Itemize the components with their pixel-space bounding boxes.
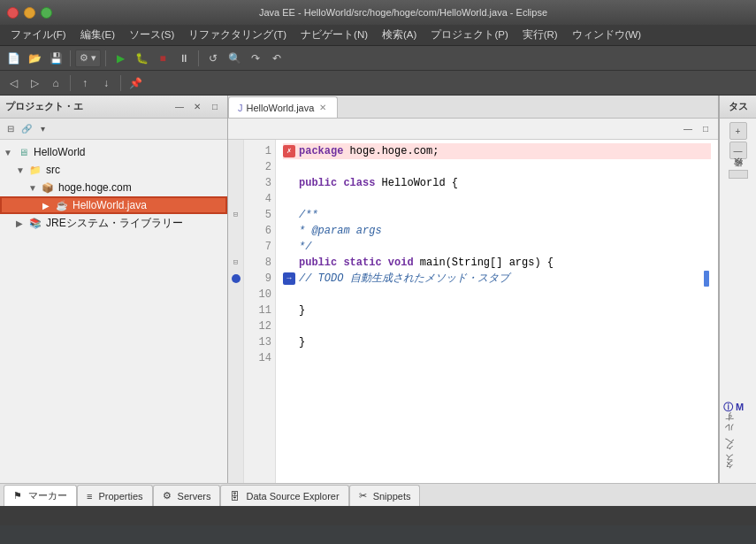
- toolbar-run-btn[interactable]: ▶: [111, 49, 130, 68]
- bottom-tab-icon-0: ⚑: [13, 490, 22, 502]
- gutter-line-1: [228, 143, 243, 159]
- tree-expand-icon[interactable]: ▼: [28, 183, 41, 193]
- code-text[interactable]: package hoge.hoge.com;: [299, 143, 439, 159]
- menu-item-実行R[interactable]: 実行(R): [515, 27, 565, 43]
- tree-expand-icon[interactable]: ▶: [42, 201, 55, 211]
- project-tree: ▼🖥HelloWorld▼📁src▼📦hoge.hoge.com▶☕HelloW…: [0, 140, 227, 483]
- tree-item-src[interactable]: ▼📁src: [0, 161, 227, 179]
- code-text[interactable]: }: [299, 303, 305, 318]
- code-text[interactable]: public static void main(String[] args) {: [299, 255, 554, 271]
- project-explorer-panel: プロジェクト・エ — ✕ □ ⊟ 🔗 ▾ ▼🖥HelloWorld▼📁src▼📦…: [0, 96, 228, 483]
- code-line-2: [283, 159, 711, 175]
- code-line-13: }: [283, 334, 711, 350]
- editor-tab-helloworld[interactable]: J HelloWorld.java ✕: [228, 96, 338, 118]
- gutter-line-10: [228, 287, 243, 303]
- code-text[interactable]: // TODO 自動生成されたメソッド・スタブ: [299, 271, 509, 287]
- empty-marker: [283, 193, 295, 205]
- bottom-tab-servers[interactable]: ⚙Servers: [153, 485, 221, 506]
- code-editor[interactable]: ⊟⊟ 1234567891011121314 ✗package hoge.hog…: [228, 140, 718, 483]
- java-icon: ☕: [55, 198, 69, 212]
- panel-maximize-icon[interactable]: □: [208, 100, 222, 114]
- close-button[interactable]: [7, 7, 19, 19]
- toolbar-refresh-btn[interactable]: ↺: [203, 49, 223, 68]
- menu-item-ファイルF[interactable]: ファイル(F): [4, 27, 73, 43]
- toolbar-dropdown1[interactable]: ⚙ ▾: [75, 50, 101, 67]
- toolbar-step2-btn[interactable]: ↶: [267, 49, 286, 68]
- empty-marker: [283, 336, 295, 349]
- toolbar2-back-btn[interactable]: ◁: [4, 73, 23, 93]
- main-area: プロジェクト・エ — ✕ □ ⊟ 🔗 ▾ ▼🖥HelloWorld▼📁src▼📦…: [0, 96, 756, 483]
- empty-marker: [283, 225, 295, 237]
- code-line-9: → // TODO 自動生成されたメソッド・スタブ: [283, 271, 711, 287]
- debug-breakpoint-icon[interactable]: [232, 274, 241, 283]
- bottom-tab-properties[interactable]: ≡Properties: [77, 485, 153, 506]
- toolbar2-nextchange-btn[interactable]: ↓: [96, 73, 116, 93]
- empty-marker: [283, 209, 295, 221]
- code-text[interactable]: * @param args: [299, 223, 382, 239]
- line-number-14: 14: [244, 350, 271, 366]
- task-delete-icon[interactable]: —: [729, 142, 747, 159]
- gutter-line-14: [228, 350, 243, 366]
- menu-item-検索A[interactable]: 検索(A): [375, 27, 424, 43]
- collapse-all-icon[interactable]: ⊟: [4, 122, 18, 136]
- empty-marker: [283, 288, 295, 301]
- bottom-tab-label: マーカー: [28, 489, 67, 502]
- tree-item-jre[interactable]: ▶📚JREシステム・ライブラリー: [0, 214, 227, 232]
- minimize-button[interactable]: [24, 7, 35, 19]
- menu-item-ウィンドウW[interactable]: ウィンドウ(W): [565, 27, 649, 43]
- fold-icon[interactable]: ⊟: [233, 207, 238, 223]
- bottom-tab-マーカー[interactable]: ⚑マーカー: [4, 485, 77, 506]
- tree-item-pkg[interactable]: ▼📦hoge.hoge.com: [0, 179, 227, 196]
- toolbar-open-btn[interactable]: 📂: [25, 49, 44, 68]
- editor-minimize-icon[interactable]: —: [681, 122, 695, 136]
- toolbar2-pin-btn[interactable]: 📌: [126, 73, 145, 93]
- panel-close-icon[interactable]: ✕: [190, 100, 204, 114]
- bottom-tab-snippets[interactable]: ✂Snippets: [349, 485, 421, 506]
- menu-item-編集E[interactable]: 編集(E): [73, 27, 122, 43]
- toolbar-search-btn[interactable]: 🔍: [225, 49, 244, 68]
- maximize-button[interactable]: [41, 7, 52, 19]
- project-explorer-header: プロジェクト・エ — ✕ □: [0, 96, 227, 119]
- empty-marker: [283, 161, 295, 173]
- line-number-4: 4: [244, 191, 271, 207]
- menu-item-ソースS[interactable]: ソース(S): [122, 27, 181, 43]
- code-text[interactable]: */: [299, 239, 311, 255]
- task-panel-header: タス: [720, 96, 756, 119]
- tree-expand-icon[interactable]: ▼: [16, 165, 28, 175]
- menu-item-リファクタリングT[interactable]: リファクタリング(T): [181, 27, 294, 43]
- editor-tab-close-icon[interactable]: ✕: [317, 103, 328, 113]
- search-vertical-label[interactable]: 検索: [729, 170, 748, 179]
- project-toolbar: ⊟ 🔗 ▾: [0, 119, 227, 140]
- tree-item-HelloWorldjava[interactable]: ▶☕HelloWorld.java: [0, 196, 227, 214]
- line-number-7: 7: [244, 239, 271, 255]
- menu-item-ナビゲートN[interactable]: ナビゲート(N): [294, 27, 375, 43]
- tree-item-label: HelloWorld.java: [73, 199, 147, 211]
- toolbar2-home-btn[interactable]: ⌂: [46, 73, 65, 93]
- code-text[interactable]: public class HelloWorld {: [299, 175, 458, 191]
- tree-expand-icon[interactable]: ▶: [16, 218, 28, 228]
- tree-item-helloworld[interactable]: ▼🖥HelloWorld: [0, 143, 227, 161]
- toolbar-save-btn[interactable]: 💾: [46, 49, 65, 68]
- task-new-icon[interactable]: +: [729, 122, 747, 140]
- bottom-tab-data-source-explorer[interactable]: 🗄Data Source Explorer: [220, 485, 348, 506]
- link-editor-icon[interactable]: 🔗: [19, 122, 34, 136]
- toolbar2-fwd-btn[interactable]: ▷: [25, 73, 44, 93]
- tree-expand-icon[interactable]: ▼: [4, 148, 16, 157]
- project-explorer-title: プロジェクト・エ: [5, 100, 169, 113]
- toolbar-pause-btn[interactable]: ⏸: [174, 49, 194, 68]
- view-menu-icon[interactable]: ▾: [35, 122, 50, 136]
- fold-icon[interactable]: ⊟: [233, 255, 238, 271]
- toolbar2-prevchange-btn[interactable]: ↑: [75, 73, 95, 93]
- panel-minimize-icon[interactable]: —: [172, 100, 187, 114]
- code-text[interactable]: }: [299, 334, 305, 350]
- editor-maximize-icon[interactable]: □: [699, 122, 713, 136]
- menu-item-プロジェクトP[interactable]: プロジェクト(P): [424, 27, 515, 43]
- code-text[interactable]: /**: [299, 207, 318, 223]
- toolbar-debug-btn[interactable]: 🐛: [132, 49, 151, 68]
- task-info: ⓘ M タスクへルす: [720, 394, 756, 483]
- toolbar-new-btn[interactable]: 📄: [4, 49, 23, 68]
- toolbar-stop-btn[interactable]: ■: [153, 49, 172, 68]
- toolbar-step-btn[interactable]: ↷: [246, 49, 265, 68]
- gutter-line-6: [228, 223, 243, 239]
- code-area[interactable]: ✗package hoge.hoge.com;public class Hell…: [276, 140, 718, 483]
